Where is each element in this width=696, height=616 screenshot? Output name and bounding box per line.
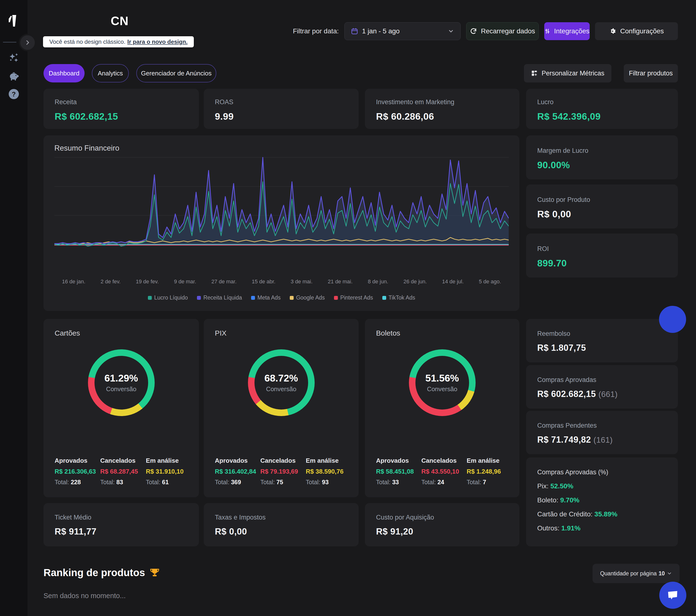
chevron-down-icon [667, 571, 672, 576]
payment-card-title: Boletos [365, 319, 519, 337]
x-tick-label: 2 de fev. [100, 278, 121, 285]
legend-item[interactable]: Lucro Líquido [148, 294, 188, 301]
payment-card-pix: PIX 68.72% Conversão AprovadosR$ 316.402… [204, 319, 359, 497]
x-tick-label: 15 de abr. [252, 278, 275, 285]
classic-design-banner: Você está no design clássico. Ir para o … [43, 36, 194, 47]
kpi-label: Receita [54, 98, 188, 106]
kpi-card-taxas: Taxas e Impostos R$ 0,00 [204, 503, 359, 546]
settings-label: Configurações [620, 27, 664, 35]
reload-data-button[interactable]: Recarregar dados [466, 22, 539, 40]
date-range-picker[interactable]: 1 jan - 5 ago [344, 22, 461, 40]
x-tick-label: 14 de jul. [442, 278, 463, 285]
legend-item[interactable]: Receita Líquida [197, 294, 242, 301]
legend-swatch [251, 296, 255, 300]
x-tick-label: 3 de mai. [291, 278, 313, 285]
app-logo-icon[interactable] [0, 13, 28, 30]
kpi-value: R$ 0,00 [537, 209, 667, 219]
kpi-label: ROI [537, 245, 667, 253]
legend-item[interactable]: TikTok Ads [382, 294, 415, 301]
question-icon: ? [8, 89, 19, 99]
kpi-card-investimento: Investimento em Marketing R$ 60.286,06 [365, 89, 519, 129]
settings-button[interactable]: Configurações [595, 22, 678, 40]
kpi-label: Lucro [537, 98, 667, 106]
kpi-card-ticket-medio: Ticket Médio R$ 911,77 [44, 503, 199, 546]
kpi-label: Custo por Aquisição [376, 514, 508, 521]
kpi-card-receita: Receita R$ 602.682,15 [44, 89, 199, 129]
new-design-link[interactable]: Ir para o novo design. [127, 38, 188, 45]
kpi-value: R$ 60.286,06 [376, 111, 508, 122]
kpi-card-roas: ROAS 9.99 [204, 89, 359, 129]
kpi-card-custo-aquisicao: Custo por Aquisição R$ 91,20 [365, 503, 519, 546]
x-tick-label: 9 de mar. [174, 278, 196, 285]
legend-swatch [197, 296, 201, 300]
sidebar-collapse-button[interactable] [19, 34, 36, 51]
tab-analytics[interactable]: Analytics [92, 64, 129, 82]
calendar-icon [351, 28, 358, 35]
stat-aprovados: AprovadosR$ 216.306,63 Total: 228 [54, 457, 100, 486]
kpi-card-margem: Margem de Lucro 90.00% [526, 135, 678, 180]
legend-label: Meta Ads [257, 294, 281, 301]
ranking-empty-state: Sem dados no momento... [44, 592, 126, 600]
chart-legend: Lucro LíquidoReceita LíquidaMeta AdsGoog… [54, 294, 509, 301]
kpi-value: R$ 0,00 [215, 526, 348, 537]
chevron-right-icon [25, 40, 31, 46]
kpi-value: R$ 1.807,75 [537, 343, 667, 353]
kpi-count: (661) [598, 390, 618, 399]
payment-card-title: PIX [204, 319, 359, 337]
conversion-donut-boletos: 51.56% Conversão [409, 349, 476, 416]
legend-item[interactable]: Meta Ads [251, 294, 281, 301]
legend-item[interactable]: Google Ads [290, 294, 325, 301]
sliders-icon [544, 28, 550, 35]
kpi-label: Reembolso [537, 330, 667, 338]
integrations-button[interactable]: Integrações [544, 22, 590, 40]
chat-widget-button[interactable] [659, 582, 686, 609]
filter-products-button[interactable]: Filtrar produtos [624, 64, 678, 82]
sidebar-item-ai[interactable] [0, 52, 28, 63]
per-page-select[interactable]: Quantidade por página10 [592, 564, 680, 583]
pct-line-pix: Pix: 52.50% [537, 482, 667, 490]
tab-dashboard[interactable]: Dashboard [44, 64, 84, 82]
sparkles-icon [8, 52, 19, 63]
x-tick-label: 26 de jun. [404, 278, 427, 285]
kpi-value: R$ 542.396,09 [537, 111, 667, 122]
kpi-label: Compras Aprovadas [537, 376, 667, 384]
conversion-label: Conversão [106, 385, 137, 393]
grid-plus-icon [531, 70, 538, 77]
legend-swatch [290, 296, 294, 300]
sidebar: ? [0, 0, 28, 616]
floating-action-button[interactable] [659, 306, 686, 333]
legend-label: Lucro Líquido [154, 294, 188, 301]
kpi-card-custo-produto: Custo por Produto R$ 0,00 [526, 184, 678, 229]
kpi-label: Taxas e Impostos [215, 514, 348, 521]
conversion-label: Conversão [427, 385, 458, 393]
kpi-label: Custo por Produto [537, 196, 667, 203]
per-page-value: 10 [659, 570, 665, 577]
kpi-label: Margem de Lucro [537, 147, 667, 154]
conversion-percent: 51.56% [425, 372, 459, 384]
refresh-icon [470, 28, 477, 35]
chat-bubble-icon [666, 589, 679, 601]
kpi-label: Ticket Médio [54, 514, 188, 521]
pct-line-boleto: Boleto: 9.70% [537, 496, 667, 504]
tab-ads-manager[interactable]: Gerenciador de Anúncios [136, 64, 216, 82]
trophy-icon [149, 567, 160, 578]
stat-aprovados: AprovadosR$ 58.451,08 Total: 33 [376, 457, 421, 486]
sidebar-divider [3, 42, 16, 43]
legend-swatch [148, 296, 152, 300]
financial-summary-chart[interactable] [54, 148, 509, 254]
customize-metrics-button[interactable]: Personalizar Métricas [524, 64, 612, 82]
date-range-value: 1 jan - 5 ago [362, 27, 400, 35]
kpi-value: R$ 602.682,15 [54, 111, 188, 122]
kpi-card-roi: ROI 899.70 [526, 233, 678, 278]
legend-item[interactable]: Pinterest Ads [334, 294, 373, 301]
kpi-card-reembolso: Reembolso R$ 1.807,75 [526, 319, 678, 363]
kpi-value: R$ 71.749,82 [537, 435, 591, 445]
banner-text: Você está no design clássico. [49, 38, 125, 45]
x-tick-label: 21 de mai. [328, 278, 352, 285]
kpi-label: ROAS [215, 98, 348, 106]
kpi-label: Compras Aprovadas (%) [537, 468, 667, 476]
sidebar-item-finance[interactable] [0, 71, 28, 81]
gear-icon [609, 28, 616, 35]
sidebar-item-help[interactable]: ? [0, 89, 28, 99]
stat-cancelados: CanceladosR$ 79.193,69 Total: 75 [260, 457, 306, 486]
